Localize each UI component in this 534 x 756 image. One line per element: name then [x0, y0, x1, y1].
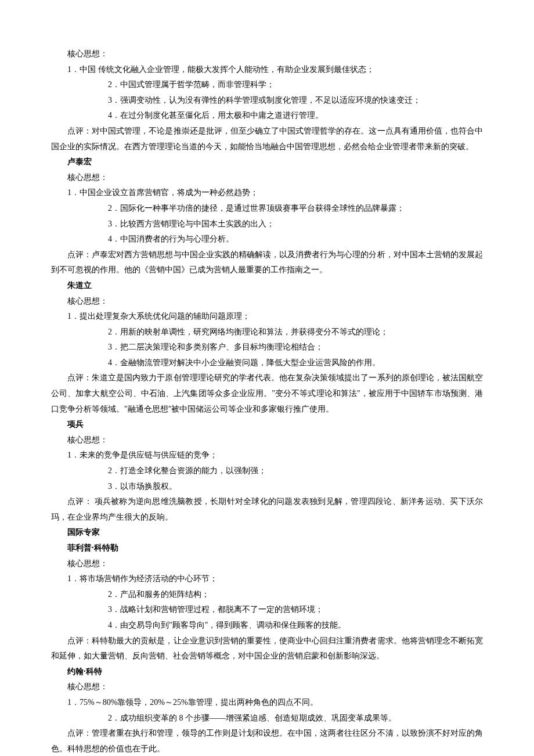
list-item: 2．国际化一种事半功倍的捷径，是通过世界顶级赛事平台获得全球性的品牌暴露；	[51, 201, 483, 217]
list-item: 1．75%～80%靠领导，20%～25%靠管理，提出两种角色的四点不同。	[51, 695, 483, 711]
expert-name: 卢泰宏	[51, 154, 483, 170]
list-item: 2．用新的映射单调性，研究网络均衡理论和算法，并获得变分不等式的理论；	[51, 325, 483, 340]
list-item: 3．战略计划和营销管理过程，都脱离不了一定的营销环境；	[51, 602, 483, 618]
core-ideas-heading: 核心思想：	[51, 294, 483, 309]
section-heading-international: 国际专家	[51, 525, 483, 541]
list-item: 2．打造全球化整合资源的能力，以强制强；	[51, 463, 483, 479]
list-item: 3．把二层决策理论和多类别客户、多目标均衡理论相结合；	[51, 340, 483, 355]
expert-name: 朱道立	[51, 278, 483, 294]
list-item: 4．由交易导向到"顾客导向"，得到顾客、调动和保住顾客的技能。	[51, 618, 483, 633]
core-ideas-heading: 核心思想：	[51, 679, 483, 695]
expert-name: 菲利普·科特勒	[51, 541, 483, 556]
expert-name: 项兵	[51, 417, 483, 433]
list-item: 1．中国企业设立首席营销官，将成为一种必然趋势；	[51, 185, 483, 201]
comment-paragraph: 点评：管理者重在执行和管理，领导的工作则是计划和设想。在中国，这两者往往区分不清…	[51, 726, 483, 756]
list-item: 4．金融物流管理对解决中小企业融资问题，降低大型企业运营风险的作用。	[51, 355, 483, 371]
core-ideas-heading: 核心思想：	[51, 433, 483, 448]
comment-paragraph: 点评：卢泰宏对西方营销思想与中国企业实践的精确解读，以及消费者行为与心理的分析，…	[51, 247, 483, 278]
list-item: 1．中国 传统文化融入企业管理，能极大发挥个人能动性，有助企业发展到最佳状态；	[51, 62, 483, 78]
list-item: 4．在过分制度化甚至僵化后，用太极和中庸之道进行管理。	[51, 108, 483, 124]
list-item: 3．以市场换股权。	[51, 479, 483, 495]
comment-paragraph: 点评：科特勒最大的贡献是，让企业意识到营销的重要性，使商业中心回归注重消费者需求…	[51, 633, 483, 664]
list-item: 2．中国式管理属于哲学范畴，而非管理科学；	[51, 77, 483, 93]
core-ideas-heading: 核心思想：	[51, 556, 483, 572]
list-item: 4．中国消费者的行为与心理分析。	[51, 232, 483, 247]
comment-paragraph: 点评：朱道立是国内致力于原创管理理论研究的学者代表。他在复杂决策领域提出了一系列…	[51, 370, 483, 417]
list-item: 2．产品和服务的矩阵结构；	[51, 587, 483, 603]
core-ideas-heading: 核心思想：	[51, 170, 483, 186]
list-item: 1．提出处理复杂大系统优化问题的辅助问题原理；	[51, 309, 483, 325]
list-item: 3．强调变动性，认为没有弹性的科学管理或制度化管理，不足以适应环境的快速变迁；	[51, 93, 483, 109]
list-item: 2．成功组织变革的 8 个步骤——增强紧迫感、创造短期成效、巩固变革成果等。	[51, 711, 483, 726]
list-item: 1．未来的竞争是供应链与供应链的竞争；	[51, 448, 483, 463]
expert-name: 约翰·科特	[51, 664, 483, 680]
list-item: 3．比较西方营销理论与中国本土实践的出入；	[51, 217, 483, 232]
comment-paragraph: 点评：对中国式管理，不论是推崇还是批评，但至少确立了中国式管理哲学的存在。这一点…	[51, 124, 483, 154]
comment-paragraph: 点评： 项兵被称为逆向思维洗脑教授，长期针对全球化的问题发表独到见解，管理四段论…	[51, 494, 483, 525]
list-item: 1．将市场营销作为经济活动的中心环节；	[51, 571, 483, 587]
core-ideas-heading: 核心思想：	[51, 46, 483, 62]
